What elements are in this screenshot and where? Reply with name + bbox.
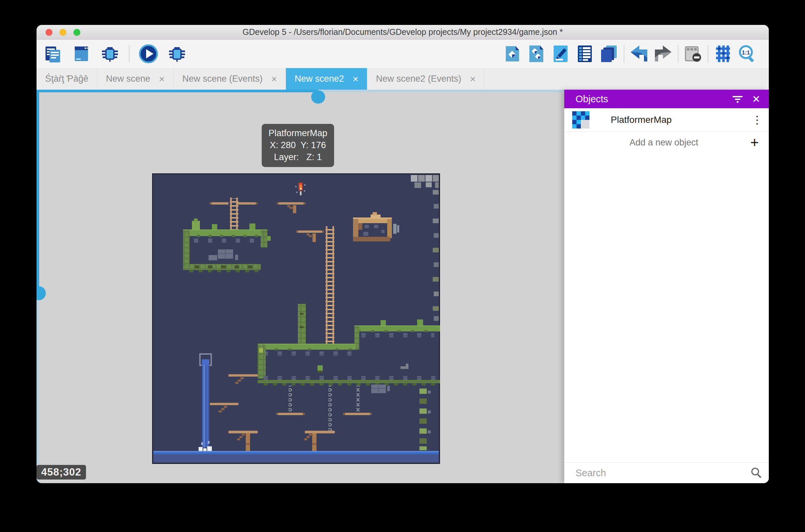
tab-label: New scene2 bbox=[294, 74, 344, 84]
properties-button[interactable] bbox=[551, 44, 570, 63]
vertical-scrollbar[interactable] bbox=[37, 92, 39, 483]
window-title: GDevelop 5 - /Users/florian/Documents/GD… bbox=[37, 25, 769, 39]
cursor-coordinates-badge: 458;302 bbox=[37, 465, 86, 479]
tab-label: Śţàŕţ Ƥàĝē bbox=[45, 74, 88, 84]
editor-tab-bar: Śţàŕţ Ƥàĝē New scene × New scene (Events… bbox=[37, 68, 769, 90]
platformer-map-instance[interactable] bbox=[152, 173, 440, 464]
render-options-button[interactable] bbox=[684, 44, 703, 63]
edit-properties-icon bbox=[551, 44, 570, 63]
add-object-label: Add a new object bbox=[564, 137, 740, 148]
objects-list-button[interactable] bbox=[575, 44, 594, 63]
instances-button[interactable] bbox=[527, 44, 546, 63]
add-object-button[interactable] bbox=[502, 44, 522, 63]
undo-button[interactable] bbox=[629, 44, 649, 63]
add-object-row[interactable]: Add a new object + bbox=[564, 132, 769, 153]
filter-objects-button[interactable] bbox=[728, 90, 747, 108]
vertical-scrollbar-handle[interactable] bbox=[37, 286, 46, 300]
debug-preview-button[interactable] bbox=[167, 44, 187, 63]
window-mask-icon bbox=[684, 44, 703, 63]
horizontal-scrollbar[interactable] bbox=[37, 90, 564, 92]
grid-icon bbox=[713, 44, 733, 63]
play-icon bbox=[139, 44, 158, 63]
filter-icon bbox=[732, 94, 743, 104]
close-tab-icon[interactable]: × bbox=[271, 73, 277, 85]
objects-panel: Objects ✕ bbox=[564, 90, 769, 483]
toolbar-separator bbox=[624, 45, 624, 63]
play-preview-button[interactable] bbox=[139, 44, 158, 63]
plus-icon[interactable]: + bbox=[740, 134, 769, 151]
gdevelop-window: GDevelop 5 - /Users/florian/Documents/GD… bbox=[37, 25, 769, 483]
object-search-bar bbox=[564, 462, 769, 483]
app-window-icon bbox=[72, 44, 91, 63]
ladder bbox=[230, 197, 238, 231]
close-panel-button[interactable]: ✕ bbox=[747, 90, 766, 108]
tooltip-layer: Layer: bbox=[274, 152, 299, 162]
object-list-item[interactable]: PlatformerMap ⋮ bbox=[564, 108, 769, 132]
toolbar-separator bbox=[129, 45, 130, 63]
tab-label: New scene bbox=[106, 74, 150, 84]
close-tab-icon[interactable]: × bbox=[159, 73, 165, 85]
scene-editor-canvas[interactable]: PlatformerMap X: 280 Y: 176 Layer: Z: 1 … bbox=[37, 90, 564, 483]
tab-label: New scene2 (Events) bbox=[376, 74, 461, 84]
start-page-button[interactable] bbox=[72, 44, 91, 63]
layers-button[interactable] bbox=[599, 44, 619, 63]
objects-list-icon bbox=[575, 44, 594, 63]
bug-icon bbox=[101, 44, 119, 63]
project-manager-button[interactable] bbox=[43, 44, 62, 63]
close-tab-icon[interactable]: × bbox=[470, 73, 476, 85]
instances-icon bbox=[527, 44, 546, 63]
search-input[interactable] bbox=[575, 467, 744, 479]
tab-new-scene2[interactable]: New scene2 × bbox=[286, 68, 367, 90]
project-manager-icon bbox=[43, 44, 62, 63]
object-page-icon bbox=[502, 44, 522, 63]
bug-icon bbox=[168, 44, 186, 63]
object-menu-button[interactable]: ⋮ bbox=[746, 114, 769, 126]
platformer-map-thumbnail bbox=[572, 111, 590, 129]
toolbar-separator bbox=[678, 45, 678, 63]
object-name: PlatformerMap bbox=[611, 115, 746, 125]
horizontal-scrollbar-handle[interactable] bbox=[311, 90, 325, 103]
zoom-1-1-icon: 1:1 bbox=[737, 44, 757, 63]
objects-panel-header: Objects ✕ bbox=[564, 90, 769, 108]
debugger-button[interactable] bbox=[100, 44, 119, 63]
search-icon[interactable] bbox=[744, 467, 769, 479]
tooltip-y: Y: 176 bbox=[301, 140, 326, 150]
objects-panel-title: Objects bbox=[576, 94, 728, 104]
undo-icon bbox=[629, 44, 649, 63]
layers-icon bbox=[599, 44, 619, 63]
title-bar: GDevelop 5 - /Users/florian/Documents/GD… bbox=[37, 25, 769, 39]
floor-water bbox=[153, 451, 439, 462]
zoom-original-button[interactable]: 1:1 bbox=[737, 44, 757, 63]
svg-text:1:1: 1:1 bbox=[742, 50, 750, 56]
redo-icon bbox=[654, 44, 673, 63]
tab-new-scene[interactable]: New scene × bbox=[97, 68, 174, 90]
instance-tooltip: PlatformerMap X: 280 Y: 176 Layer: Z: 1 bbox=[262, 124, 334, 167]
main-toolbar: 1:1 bbox=[37, 39, 769, 68]
toolbar-separator bbox=[708, 45, 708, 63]
tab-new-scene-events[interactable]: New scene (Events) × bbox=[174, 68, 286, 90]
ladder bbox=[325, 226, 334, 344]
close-tab-icon[interactable]: × bbox=[353, 73, 359, 85]
redo-button[interactable] bbox=[654, 44, 673, 63]
tab-start-page[interactable]: Śţàŕţ Ƥàĝē bbox=[37, 68, 97, 90]
tooltip-z: Z: 1 bbox=[307, 152, 322, 162]
tooltip-object-name: PlatformerMap bbox=[262, 127, 334, 139]
tooltip-x: X: 280 bbox=[270, 140, 295, 150]
tab-new-scene2-events[interactable]: New scene2 (Events) × bbox=[367, 68, 484, 90]
grid-button[interactable] bbox=[713, 44, 733, 63]
tab-label: New scene (Events) bbox=[182, 74, 263, 84]
